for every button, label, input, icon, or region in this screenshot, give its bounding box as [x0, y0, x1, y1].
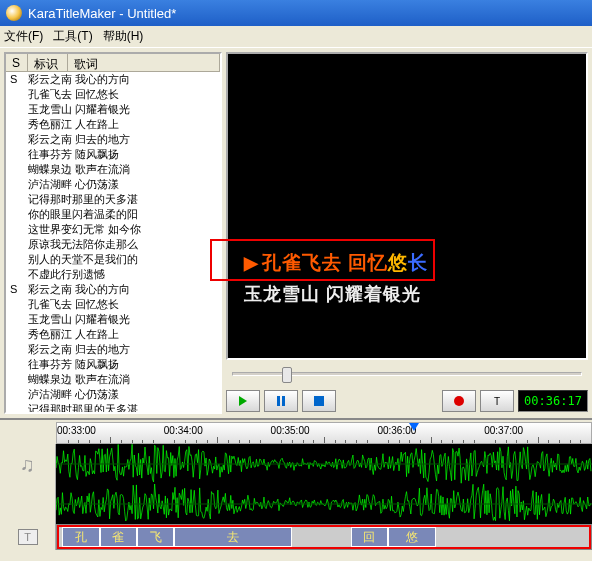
text-track-gutter: T	[0, 524, 56, 550]
list-row[interactable]: 不虚此行别遗憾	[6, 267, 220, 282]
list-row[interactable]: 玉龙雪山 闪耀着银光	[6, 312, 220, 327]
text-track[interactable]: 孔雀飞去回悠	[56, 524, 592, 550]
karaoke-line-2: 玉龙雪山 闪耀着银光	[244, 282, 421, 306]
current-char: 悠	[388, 252, 408, 273]
stop-button[interactable]	[302, 390, 336, 412]
timecode-display: 00:36:17	[518, 390, 588, 412]
lyric-segment[interactable]: 去	[174, 527, 291, 547]
t-button[interactable]: T	[480, 390, 514, 412]
slider-thumb[interactable]	[282, 367, 292, 383]
lyric-segment[interactable]: 孔	[62, 527, 99, 547]
list-row[interactable]: 你的眼里闪着温柔的阳	[6, 207, 220, 222]
list-row[interactable]: 玉龙雪山 闪耀着银光	[6, 102, 220, 117]
menu-tools[interactable]: 工具(T)	[53, 28, 92, 45]
menu-help[interactable]: 帮助(H)	[103, 28, 144, 45]
unsung-text: 长	[408, 252, 428, 273]
record-button[interactable]	[442, 390, 476, 412]
preview-window: ▶孔雀飞去 回忆悠长 玉龙雪山 闪耀着银光	[226, 52, 588, 360]
play-icon	[239, 396, 247, 406]
list-row[interactable]: 孔雀飞去 回忆悠长	[6, 87, 220, 102]
pause-button[interactable]	[264, 390, 298, 412]
list-row[interactable]: 这世界变幻无常 如今你	[6, 222, 220, 237]
list-row[interactable]: 秀色丽江 人在路上	[6, 117, 220, 132]
play-button[interactable]	[226, 390, 260, 412]
ruler-tick: 00:37:00	[484, 425, 523, 436]
menubar: 文件(F) 工具(T) 帮助(H)	[0, 26, 592, 48]
header-lyric[interactable]: 歌词	[68, 54, 220, 71]
list-row[interactable]: 蝴蝶泉边 歌声在流淌	[6, 162, 220, 177]
list-row[interactable]: 别人的天堂不是我们的	[6, 252, 220, 267]
waveform-right[interactable]	[56, 484, 592, 524]
list-row[interactable]: 往事芬芳 随风飘扬	[6, 357, 220, 372]
list-row[interactable]: 彩云之南 归去的地方	[6, 132, 220, 147]
list-row[interactable]: 蝴蝶泉边 歌声在流淌	[6, 372, 220, 387]
ruler-tick: 00:33:00	[57, 425, 96, 436]
playhead-marker[interactable]	[409, 423, 419, 431]
karaoke-line-1: ▶孔雀飞去 回忆悠长	[244, 250, 428, 276]
music-note-icon: ♫	[20, 453, 35, 476]
list-row[interactable]: 孔雀飞去 回忆悠长	[6, 297, 220, 312]
timeline-area: 00:33:0000:34:0000:35:0000:36:0000:37:00…	[0, 418, 592, 550]
waveform-left[interactable]	[56, 444, 592, 484]
app-icon	[6, 5, 22, 21]
titlebar: KaraTitleMaker - Untitled*	[0, 0, 592, 26]
lyric-list-panel: S 标识 歌词 S彩云之南 我心的方向孔雀飞去 回忆悠长玉龙雪山 闪耀着银光秀色…	[4, 52, 222, 414]
ruler-tick: 00:35:00	[271, 425, 310, 436]
window-title: KaraTitleMaker - Untitled*	[28, 6, 176, 21]
right-panel: ▶孔雀飞去 回忆悠长 玉龙雪山 闪耀着银光 T 00:36:17	[226, 52, 588, 414]
sung-text: 孔雀飞去 回忆	[262, 252, 388, 273]
t-label: T	[494, 396, 500, 407]
time-ruler[interactable]: 00:33:0000:34:0000:35:0000:36:0000:37:00	[56, 422, 592, 444]
list-row[interactable]: 往事芬芳 随风飘扬	[6, 147, 220, 162]
list-row[interactable]: 原谅我无法陪你走那么	[6, 237, 220, 252]
transport-controls: T 00:36:17	[226, 388, 588, 414]
ruler-tick: 00:34:00	[164, 425, 203, 436]
stop-icon	[314, 396, 324, 406]
list-row[interactable]: 泸沽湖畔 心仍荡漾	[6, 177, 220, 192]
lyric-segment[interactable]: 雀	[100, 527, 137, 547]
lyric-segment[interactable]: 悠	[388, 527, 436, 547]
list-row[interactable]: 记得那时那里的天多湛	[6, 402, 220, 412]
seek-slider[interactable]	[226, 364, 588, 384]
bullet-icon: ▶	[244, 253, 259, 273]
record-icon	[454, 396, 464, 406]
header-s[interactable]: S	[6, 54, 28, 71]
list-row[interactable]: S彩云之南 我心的方向	[6, 282, 220, 297]
header-mark[interactable]: 标识	[28, 54, 68, 71]
text-track-icon: T	[18, 529, 38, 545]
list-row[interactable]: 泸沽湖畔 心仍荡漾	[6, 387, 220, 402]
lyric-segment[interactable]: 飞	[137, 527, 174, 547]
list-header: S 标识 歌词	[6, 54, 220, 72]
list-row[interactable]: 记得那时那里的天多湛	[6, 192, 220, 207]
audio-track-gutter: ♫	[0, 444, 56, 484]
list-row[interactable]: 秀色丽江 人在路上	[6, 327, 220, 342]
audio-track-gutter-2	[0, 484, 56, 524]
menu-file[interactable]: 文件(F)	[4, 28, 43, 45]
lyric-segment[interactable]: 回	[351, 527, 388, 547]
list-body[interactable]: S彩云之南 我心的方向孔雀飞去 回忆悠长玉龙雪山 闪耀着银光秀色丽江 人在路上彩…	[6, 72, 220, 412]
list-row[interactable]: S彩云之南 我心的方向	[6, 72, 220, 87]
list-row[interactable]: 彩云之南 归去的地方	[6, 342, 220, 357]
pause-icon	[277, 396, 285, 406]
